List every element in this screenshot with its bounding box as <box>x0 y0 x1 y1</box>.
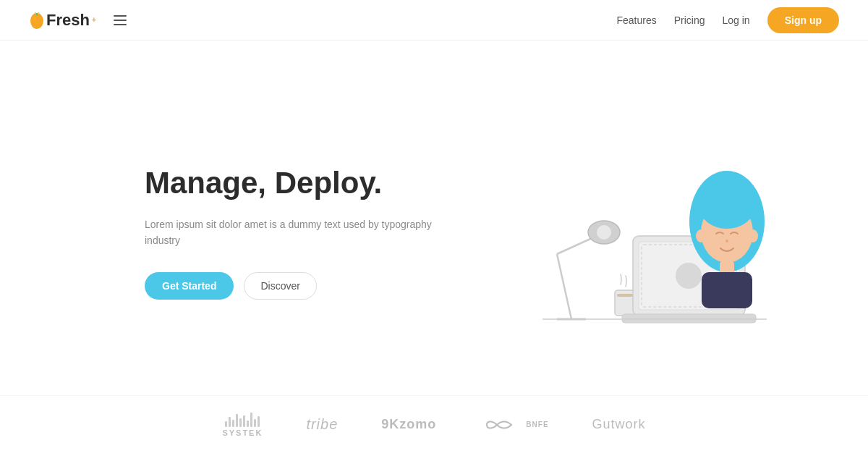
svg-point-20 <box>726 240 728 242</box>
svg-point-0 <box>30 13 43 29</box>
kzomo-label: 9Kzomo <box>381 417 436 432</box>
svg-line-3 <box>557 254 571 319</box>
pricing-link[interactable]: Pricing <box>674 14 705 26</box>
logo[interactable]: Fresh + <box>29 11 96 30</box>
navbar: Fresh + Features Pricing Log in Sign up <box>0 0 868 41</box>
brand-tribe: tribe <box>306 416 338 433</box>
hero-illustration <box>463 109 767 355</box>
hero-description: Lorem ipsum sit dolor amet is a dummy te… <box>145 216 448 249</box>
hamburger-menu[interactable] <box>111 12 129 28</box>
signup-button[interactable]: Sign up <box>767 7 839 33</box>
svg-point-6 <box>597 225 611 240</box>
logo-text: Fresh <box>46 11 90 30</box>
features-link[interactable]: Features <box>616 14 656 26</box>
svg-point-11 <box>676 263 702 289</box>
hero-title: Manage, Deploy. <box>145 165 448 201</box>
brand-kzomo: 9Kzomo <box>381 417 436 432</box>
tribe-label: tribe <box>306 416 338 433</box>
hero-section: Manage, Deploy. Lorem ipsum sit dolor am… <box>0 41 868 395</box>
svg-point-21 <box>696 229 706 242</box>
svg-rect-17 <box>702 272 752 308</box>
svg-point-22 <box>748 229 758 242</box>
brand-infinity: BNFE <box>480 416 548 434</box>
logo-icon <box>29 11 45 30</box>
svg-rect-12 <box>622 314 756 323</box>
brands-bar: SYSTEK tribe 9Kzomo BNFE Gutwork <box>0 395 868 453</box>
logo-plus: + <box>92 16 96 24</box>
systek-label: SYSTEK <box>222 428 263 437</box>
brand-systek: SYSTEK <box>222 413 263 437</box>
svg-point-1 <box>33 17 36 21</box>
discover-button[interactable]: Discover <box>244 272 316 300</box>
svg-rect-8 <box>617 294 634 297</box>
get-started-button[interactable]: Get Started <box>145 272 234 300</box>
hero-buttons: Get Started Discover <box>145 272 448 300</box>
hero-content: Manage, Deploy. Lorem ipsum sit dolor am… <box>145 165 448 299</box>
nav-left: Fresh + <box>29 11 129 30</box>
systek-bars <box>225 413 260 427</box>
nav-right: Features Pricing Log in Sign up <box>616 7 839 33</box>
lamp <box>557 221 620 319</box>
svg-point-19 <box>699 185 754 229</box>
gutwork-label: Gutwork <box>592 417 646 432</box>
brand-gutwork: Gutwork <box>592 417 646 432</box>
login-link[interactable]: Log in <box>723 14 750 26</box>
